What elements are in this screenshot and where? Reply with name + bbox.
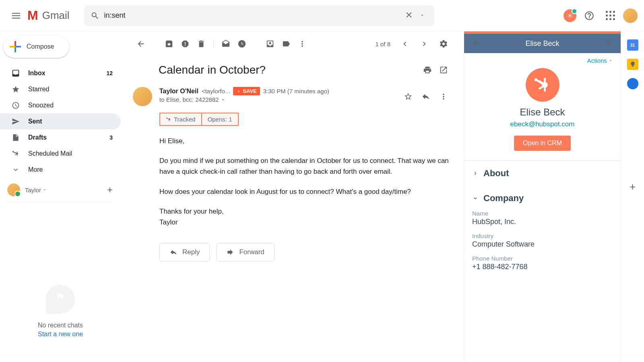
gmail-logo[interactable]: Gmail xyxy=(27,8,70,23)
back-button[interactable] xyxy=(133,36,149,52)
snooze-button[interactable] xyxy=(234,36,250,52)
keep-icon xyxy=(630,61,636,68)
hubspot-close-button[interactable] xyxy=(603,37,614,50)
plus-icon xyxy=(9,40,22,53)
settings-button[interactable] xyxy=(436,36,452,52)
reply-button[interactable]: Reply xyxy=(159,243,210,261)
close-icon xyxy=(405,10,413,19)
tasks-addon-button[interactable] xyxy=(627,78,638,89)
email-body: Hi Elise, Do you mind if we put somethin… xyxy=(124,126,460,237)
contact-avatar xyxy=(526,68,559,102)
main-area: 1 of 8 Calendar in October? Taylor O'Nei… xyxy=(121,31,644,362)
next-button[interactable] xyxy=(416,36,432,52)
star-icon xyxy=(11,85,20,93)
print-icon xyxy=(423,66,432,74)
sidebar-item-scheduled[interactable]: Scheduled Mail xyxy=(0,146,121,162)
industry-field: Industry Computer Software xyxy=(472,232,613,249)
start-chat-link[interactable]: Start a new one xyxy=(38,331,83,338)
sidebar-item-sent[interactable]: Sent xyxy=(0,113,121,130)
calendar-addon-button[interactable]: 31 xyxy=(627,39,638,51)
about-section-toggle[interactable]: About xyxy=(472,168,613,179)
user-avatar[interactable] xyxy=(7,183,20,196)
arrow-left-icon xyxy=(472,39,480,47)
search-options-button[interactable] xyxy=(417,9,428,22)
labels-button[interactable] xyxy=(278,36,294,52)
chevron-right-icon xyxy=(420,39,429,48)
tasks-icon xyxy=(630,80,636,87)
tracked-label: Tracked xyxy=(174,116,196,123)
hubspot-extension-button[interactable] xyxy=(564,9,576,22)
open-new-window-button[interactable] xyxy=(436,62,452,78)
add-addon-button[interactable]: + xyxy=(630,181,636,193)
trash-icon xyxy=(197,39,206,48)
phone-field: Phone Number +1 888-482-7768 xyxy=(472,255,613,271)
open-in-crm-button[interactable]: Open in CRM xyxy=(514,136,571,151)
report-spam-icon xyxy=(181,39,190,48)
hubspot-save-badge[interactable]: SAVE xyxy=(233,87,260,95)
hubspot-actions-dropdown[interactable]: Actions xyxy=(587,57,613,64)
spam-button[interactable] xyxy=(177,36,193,52)
sidebar-item-snoozed[interactable]: Snoozed xyxy=(0,97,121,113)
compose-label: Compose xyxy=(27,43,54,50)
search-clear-button[interactable] xyxy=(401,7,417,24)
mail-icon xyxy=(221,39,230,48)
account-avatar[interactable] xyxy=(623,8,638,23)
search-input[interactable] xyxy=(99,11,401,20)
header-actions xyxy=(547,8,638,24)
new-chat-button[interactable]: + xyxy=(107,184,113,195)
compose-button[interactable]: Compose xyxy=(3,35,69,58)
prev-button[interactable] xyxy=(397,36,413,52)
chevron-down-icon xyxy=(472,195,479,202)
sidebar-item-inbox[interactable]: Inbox 12 xyxy=(0,65,121,81)
product-name: Gmail xyxy=(42,9,70,22)
chevron-down-icon xyxy=(11,166,20,174)
sprocket-icon xyxy=(166,117,171,122)
contact-email[interactable]: ebeck@hubspot.com xyxy=(510,120,575,128)
svg-point-8 xyxy=(543,78,546,80)
opens-label: Opens: 1 xyxy=(208,116,232,123)
more-actions-button[interactable] xyxy=(294,36,310,52)
caret-down-icon xyxy=(609,59,613,63)
sidebar-item-starred[interactable]: Starred xyxy=(0,81,121,97)
hamburger-icon xyxy=(12,13,20,19)
sender-avatar[interactable] xyxy=(133,87,152,106)
sender-row: Taylor O'Neil <taylorfo... SAVE 3:30 PM … xyxy=(124,84,460,109)
hubspot-back-button[interactable] xyxy=(471,37,482,50)
body-paragraph: How does your calendar look in August fo… xyxy=(159,186,452,197)
sidebar-item-drafts[interactable]: Drafts 3 xyxy=(0,130,121,146)
keep-addon-button[interactable] xyxy=(627,59,638,70)
pagination-text: 1 of 8 xyxy=(375,41,390,47)
company-name-field: Name HubSpot, Inc. xyxy=(472,210,613,226)
star-button[interactable] xyxy=(400,88,416,105)
main-menu-button[interactable] xyxy=(6,6,26,25)
close-icon xyxy=(605,39,613,47)
hubspot-actions-row: Actions xyxy=(464,53,621,68)
google-apps-button[interactable] xyxy=(602,8,618,24)
label-icon xyxy=(282,39,291,48)
apps-grid-icon xyxy=(606,11,615,20)
search-bar[interactable] xyxy=(84,5,434,26)
archive-button[interactable] xyxy=(161,36,177,52)
timestamp: 3:30 PM (7 minutes ago) xyxy=(263,88,329,95)
recipients-line[interactable]: to Elise, bcc: 2422882 xyxy=(159,96,400,103)
sidebar-item-more[interactable]: More xyxy=(0,162,121,178)
user-status-row: Taylor + xyxy=(0,178,121,202)
message-more-button[interactable] xyxy=(436,88,452,105)
move-to-button[interactable] xyxy=(262,36,278,52)
send-icon xyxy=(11,117,20,125)
caret-down-icon xyxy=(221,97,225,102)
user-dropdown-button[interactable] xyxy=(43,187,47,193)
forward-button[interactable]: Forward xyxy=(216,243,274,261)
mark-unread-button[interactable] xyxy=(218,36,234,52)
body-paragraph: Hi Elise, xyxy=(159,136,452,146)
delete-button[interactable] xyxy=(193,36,209,52)
reply-icon-button[interactable] xyxy=(418,88,434,105)
svg-point-1 xyxy=(16,153,18,155)
sender-email: <taylorfo... xyxy=(202,88,230,95)
tracking-badge[interactable]: Tracked Opens: 1 xyxy=(159,113,239,126)
addons-rail: 31 + xyxy=(621,31,644,362)
print-button[interactable] xyxy=(419,62,436,78)
support-button[interactable] xyxy=(581,8,597,24)
sender-name: Taylor O'Neil xyxy=(159,88,198,95)
company-section-toggle[interactable]: Company xyxy=(472,193,613,204)
